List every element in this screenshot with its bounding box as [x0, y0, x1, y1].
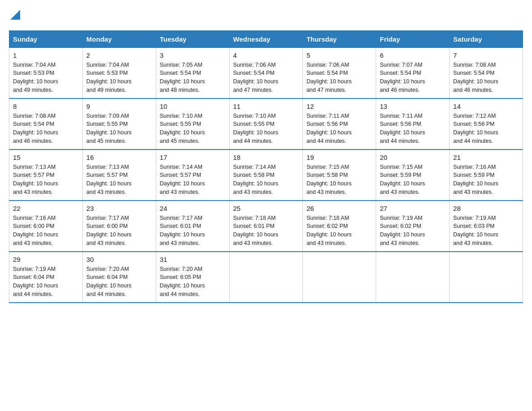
week-row-3: 15 Sunrise: 7:13 AMSunset: 5:57 PMDaylig… [9, 150, 523, 201]
day-info: Sunrise: 7:20 AMSunset: 6:05 PMDaylight:… [160, 265, 226, 299]
day-info: Sunrise: 7:15 AMSunset: 5:59 PMDaylight:… [380, 163, 446, 197]
day-info: Sunrise: 7:12 AMSunset: 5:56 PMDaylight:… [453, 112, 519, 146]
day-number: 24 [160, 205, 226, 212]
calendar-cell: 3 Sunrise: 7:05 AMSunset: 5:54 PMDayligh… [156, 47, 229, 98]
calendar-cell: 31 Sunrise: 7:20 AMSunset: 6:05 PMDaylig… [156, 252, 229, 303]
calendar-cell: 27 Sunrise: 7:19 AMSunset: 6:02 PMDaylig… [376, 201, 450, 252]
day-info: Sunrise: 7:13 AMSunset: 5:57 PMDaylight:… [13, 163, 79, 197]
calendar-header-row: SundayMondayTuesdayWednesdayThursdayFrid… [9, 30, 523, 47]
header-thursday: Thursday [303, 30, 376, 47]
day-number: 21 [453, 154, 519, 161]
day-info: Sunrise: 7:14 AMSunset: 5:58 PMDaylight:… [233, 163, 299, 197]
calendar-cell: 6 Sunrise: 7:07 AMSunset: 5:54 PMDayligh… [376, 47, 450, 98]
day-info: Sunrise: 7:18 AMSunset: 6:01 PMDaylight:… [233, 214, 299, 248]
day-number: 19 [306, 154, 372, 161]
calendar-cell: 1 Sunrise: 7:04 AMSunset: 5:53 PMDayligh… [9, 47, 83, 98]
calendar-cell: 12 Sunrise: 7:11 AMSunset: 5:56 PMDaylig… [303, 98, 376, 150]
day-info: Sunrise: 7:11 AMSunset: 5:56 PMDaylight:… [380, 112, 446, 146]
day-info: Sunrise: 7:17 AMSunset: 6:01 PMDaylight:… [160, 214, 226, 248]
day-number: 12 [306, 103, 372, 110]
header-wednesday: Wednesday [229, 30, 303, 47]
logo [9, 9, 20, 21]
calendar-cell: 14 Sunrise: 7:12 AMSunset: 5:56 PMDaylig… [450, 98, 523, 150]
calendar-cell: 18 Sunrise: 7:14 AMSunset: 5:58 PMDaylig… [229, 150, 303, 201]
day-number: 10 [160, 103, 226, 110]
day-info: Sunrise: 7:19 AMSunset: 6:03 PMDaylight:… [453, 214, 519, 248]
day-number: 15 [13, 154, 79, 161]
day-number: 26 [306, 205, 372, 212]
day-number: 11 [233, 103, 299, 110]
day-number: 31 [160, 256, 226, 263]
calendar-cell [229, 252, 303, 303]
svg-marker-0 [10, 10, 20, 20]
calendar-table: SundayMondayTuesdayWednesdayThursdayFrid… [9, 30, 523, 303]
day-info: Sunrise: 7:19 AMSunset: 6:02 PMDaylight:… [380, 214, 446, 248]
day-number: 16 [86, 154, 152, 161]
day-number: 9 [86, 103, 152, 110]
calendar-cell: 22 Sunrise: 7:16 AMSunset: 6:00 PMDaylig… [9, 201, 83, 252]
calendar-cell: 20 Sunrise: 7:15 AMSunset: 5:59 PMDaylig… [376, 150, 450, 201]
day-info: Sunrise: 7:06 AMSunset: 5:54 PMDaylight:… [306, 61, 372, 94]
calendar-cell: 2 Sunrise: 7:04 AMSunset: 5:53 PMDayligh… [82, 47, 156, 98]
calendar-cell: 15 Sunrise: 7:13 AMSunset: 5:57 PMDaylig… [9, 150, 83, 201]
day-number: 1 [13, 51, 79, 59]
calendar-cell [450, 252, 523, 303]
day-info: Sunrise: 7:18 AMSunset: 6:02 PMDaylight:… [306, 214, 372, 248]
calendar-cell: 7 Sunrise: 7:08 AMSunset: 5:54 PMDayligh… [450, 47, 523, 98]
calendar-cell: 21 Sunrise: 7:16 AMSunset: 5:59 PMDaylig… [450, 150, 523, 201]
day-info: Sunrise: 7:15 AMSunset: 5:58 PMDaylight:… [306, 163, 372, 197]
page-header [9, 9, 523, 21]
day-info: Sunrise: 7:08 AMSunset: 5:54 PMDaylight:… [13, 112, 79, 146]
week-row-1: 1 Sunrise: 7:04 AMSunset: 5:53 PMDayligh… [9, 47, 523, 98]
calendar-cell: 11 Sunrise: 7:10 AMSunset: 5:55 PMDaylig… [229, 98, 303, 150]
week-row-2: 8 Sunrise: 7:08 AMSunset: 5:54 PMDayligh… [9, 98, 523, 150]
day-number: 28 [453, 205, 519, 212]
day-number: 25 [233, 205, 299, 212]
header-sunday: Sunday [9, 30, 83, 47]
calendar-cell: 17 Sunrise: 7:14 AMSunset: 5:57 PMDaylig… [156, 150, 229, 201]
day-number: 27 [380, 205, 446, 212]
calendar-cell [303, 252, 376, 303]
day-info: Sunrise: 7:11 AMSunset: 5:56 PMDaylight:… [306, 112, 372, 146]
header-friday: Friday [376, 30, 450, 47]
day-number: 22 [13, 205, 79, 212]
day-number: 20 [380, 154, 446, 161]
calendar-cell: 29 Sunrise: 7:19 AMSunset: 6:04 PMDaylig… [9, 252, 83, 303]
day-info: Sunrise: 7:16 AMSunset: 5:59 PMDaylight:… [453, 163, 519, 197]
day-info: Sunrise: 7:04 AMSunset: 5:53 PMDaylight:… [86, 61, 152, 94]
calendar-cell: 8 Sunrise: 7:08 AMSunset: 5:54 PMDayligh… [9, 98, 83, 150]
day-info: Sunrise: 7:07 AMSunset: 5:54 PMDaylight:… [380, 61, 446, 94]
logo-triangle-icon [10, 10, 20, 20]
day-number: 3 [160, 51, 226, 59]
calendar-cell: 19 Sunrise: 7:15 AMSunset: 5:58 PMDaylig… [303, 150, 376, 201]
day-number: 29 [13, 256, 79, 263]
header-tuesday: Tuesday [156, 30, 229, 47]
day-info: Sunrise: 7:05 AMSunset: 5:54 PMDaylight:… [160, 61, 226, 94]
day-number: 5 [306, 51, 372, 59]
day-info: Sunrise: 7:08 AMSunset: 5:54 PMDaylight:… [453, 61, 519, 94]
day-info: Sunrise: 7:04 AMSunset: 5:53 PMDaylight:… [13, 61, 79, 94]
calendar-cell: 16 Sunrise: 7:13 AMSunset: 5:57 PMDaylig… [82, 150, 156, 201]
day-info: Sunrise: 7:16 AMSunset: 6:00 PMDaylight:… [13, 214, 79, 248]
day-number: 17 [160, 154, 226, 161]
day-info: Sunrise: 7:17 AMSunset: 6:00 PMDaylight:… [86, 214, 152, 248]
calendar-cell: 4 Sunrise: 7:06 AMSunset: 5:54 PMDayligh… [229, 47, 303, 98]
day-info: Sunrise: 7:14 AMSunset: 5:57 PMDaylight:… [160, 163, 226, 197]
day-number: 7 [453, 51, 519, 59]
calendar-cell: 13 Sunrise: 7:11 AMSunset: 5:56 PMDaylig… [376, 98, 450, 150]
calendar-cell: 30 Sunrise: 7:20 AMSunset: 6:04 PMDaylig… [82, 252, 156, 303]
week-row-4: 22 Sunrise: 7:16 AMSunset: 6:00 PMDaylig… [9, 201, 523, 252]
day-info: Sunrise: 7:20 AMSunset: 6:04 PMDaylight:… [86, 265, 152, 299]
calendar-cell: 28 Sunrise: 7:19 AMSunset: 6:03 PMDaylig… [450, 201, 523, 252]
day-info: Sunrise: 7:10 AMSunset: 5:55 PMDaylight:… [233, 112, 299, 146]
calendar-cell: 5 Sunrise: 7:06 AMSunset: 5:54 PMDayligh… [303, 47, 376, 98]
calendar-cell: 25 Sunrise: 7:18 AMSunset: 6:01 PMDaylig… [229, 201, 303, 252]
day-number: 23 [86, 205, 152, 212]
day-info: Sunrise: 7:19 AMSunset: 6:04 PMDaylight:… [13, 265, 79, 299]
day-number: 4 [233, 51, 299, 59]
day-number: 13 [380, 103, 446, 110]
day-info: Sunrise: 7:09 AMSunset: 5:55 PMDaylight:… [86, 112, 152, 146]
calendar-cell: 23 Sunrise: 7:17 AMSunset: 6:00 PMDaylig… [82, 201, 156, 252]
day-number: 8 [13, 103, 79, 110]
header-monday: Monday [82, 30, 156, 47]
